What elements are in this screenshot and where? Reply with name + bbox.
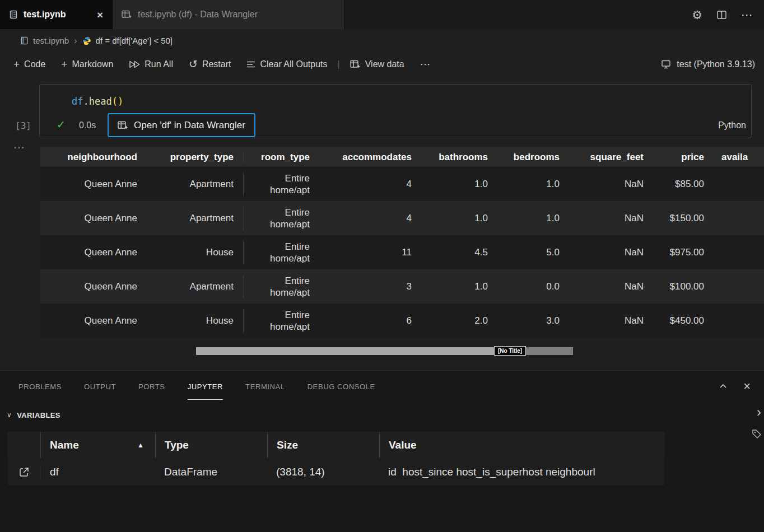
table-cell: NaN	[569, 281, 653, 292]
gear-icon[interactable]: ⚙	[692, 9, 702, 21]
variable-row-df[interactable]: df DataFrame (3818, 14) id host_since ho…	[8, 458, 664, 486]
data-wrangler-icon	[350, 60, 361, 69]
open-button-label: Open 'df' in Data Wrangler	[134, 120, 245, 131]
breadcrumb-file-label: test.ipynb	[33, 36, 69, 45]
tab-label: test.ipynb (df) - Data Wrangler	[138, 10, 258, 20]
tab-data-wrangler[interactable]: test.ipynb (df) - Data Wrangler	[113, 0, 345, 29]
add-code-cell-button[interactable]: + Code	[6, 52, 53, 76]
table-cell: Apartment	[147, 178, 243, 190]
output-more-icon[interactable]: ⋯	[13, 141, 25, 154]
column-header-label: Size	[277, 439, 298, 451]
add-markdown-cell-button[interactable]: + Markdown	[53, 52, 121, 76]
column-header: neighbourhood	[40, 151, 147, 163]
table-cell: 3	[319, 281, 421, 292]
code-token: ()	[112, 96, 123, 107]
table-cell: 1.0	[421, 281, 497, 292]
notebook-toolbar: + Code + Markdown Run All ↺ Restart Clea…	[0, 52, 764, 76]
variables-section-title: VARIABLES	[17, 411, 60, 419]
execution-count: [3]	[15, 120, 31, 131]
code-token: df	[72, 96, 83, 107]
tab-label: test.ipynb	[24, 10, 66, 20]
tab-problems[interactable]: PROBLEMS	[18, 371, 62, 402]
restart-icon: ↺	[189, 58, 198, 71]
variables-header-spacer	[8, 432, 40, 458]
column-header: room_type	[243, 151, 319, 163]
tab-output[interactable]: OUTPUT	[84, 371, 116, 402]
table-cell: 3.0	[497, 315, 569, 326]
breadcrumb-cell-label: df = df[df['Age'] < 50]	[96, 36, 173, 45]
split-editor-icon[interactable]	[717, 11, 726, 19]
clear-all-outputs-button[interactable]: Clear All Outputs	[239, 52, 335, 76]
tab-ports[interactable]: PORTS	[138, 371, 165, 402]
panel-actions: ×	[719, 371, 764, 402]
vscode-window: test.ipynb × test.ipynb (df) - Data Wran…	[0, 0, 764, 532]
more-actions-icon[interactable]: ⋯	[741, 9, 753, 21]
table-cell: 5.0	[497, 246, 569, 258]
bottom-panel: PROBLEMS OUTPUT PORTS JUPYTER TERMINAL D…	[0, 370, 764, 532]
close-panel-icon[interactable]: ×	[743, 380, 751, 393]
variable-name: df	[40, 466, 155, 478]
table-cell: Queen Anne	[40, 246, 147, 258]
run-all-button[interactable]: Run All	[121, 52, 181, 76]
cell-language-picker[interactable]: Python	[718, 120, 746, 130]
tab-terminal[interactable]: TERMINAL	[245, 371, 285, 402]
breadcrumb-file[interactable]: test.ipynb	[20, 36, 69, 45]
run-all-label: Run All	[145, 59, 173, 69]
table-cell: Queen Anne	[40, 212, 147, 224]
table-header-row: neighbourhood property_type room_type ac…	[40, 147, 764, 167]
column-header-name[interactable]: Name ▲	[40, 432, 155, 458]
kernel-icon	[661, 60, 671, 69]
restart-label: Restart	[202, 59, 231, 69]
open-df-in-data-wrangler-button[interactable]: Open 'df' in Data Wrangler	[108, 113, 255, 137]
chevron-up-icon[interactable]	[719, 382, 728, 391]
restart-kernel-button[interactable]: ↺ Restart	[181, 52, 239, 76]
run-all-icon	[129, 60, 140, 69]
scrollbar-thumb-segment[interactable]	[526, 347, 573, 355]
view-data-button[interactable]: View data	[342, 52, 412, 76]
column-header-type[interactable]: Type	[155, 432, 267, 458]
output-table: neighbourhood property_type room_type ac…	[40, 147, 764, 338]
open-variable-icon[interactable]	[8, 466, 40, 478]
column-header-value[interactable]: Value	[379, 432, 664, 458]
table-cell: $450.00	[653, 315, 714, 326]
table-cell: Queen Anne	[40, 281, 147, 292]
breadcrumb: test.ipynb › df = df[df['Age'] < 50]	[0, 29, 764, 52]
tag-icon[interactable]	[752, 429, 762, 439]
variables-section-header[interactable]: ∨ VARIABLES	[0, 405, 60, 425]
kernel-label: test (Python 3.9.13)	[677, 59, 755, 69]
chevron-right-icon: ›	[74, 36, 77, 46]
sort-ascending-icon: ▲	[137, 441, 144, 449]
success-check-icon: ✓	[57, 118, 66, 131]
column-header-size[interactable]: Size	[267, 432, 379, 458]
column-header: square_feet	[569, 151, 653, 163]
tab-jupyter[interactable]: JUPYTER	[188, 371, 223, 402]
table-cell: House	[147, 246, 243, 258]
toolbar-more-icon[interactable]: ⋯	[412, 52, 439, 76]
kernel-picker[interactable]: test (Python 3.9.13)	[661, 59, 764, 69]
table-row: Queen Anne House Entire home/apt 6 2.0 3…	[40, 304, 764, 338]
horizontal-scrollbar[interactable]: [No Title]	[196, 346, 576, 356]
variable-size: (3818, 14)	[267, 466, 379, 478]
variable-type: DataFrame	[155, 466, 267, 478]
table-cell: 2.0	[421, 315, 497, 326]
plus-icon: +	[61, 59, 67, 69]
table-cell: 4	[319, 178, 421, 190]
table-cell: 1.0	[497, 178, 569, 190]
code-editor[interactable]: df.head()	[72, 96, 123, 107]
table-row: Queen Anne Apartment Entire home/apt 4 1…	[40, 167, 764, 201]
breadcrumb-cell[interactable]: df = df[df['Age'] < 50]	[82, 36, 173, 45]
scrollbar-thumb[interactable]	[196, 347, 494, 355]
titlebar-actions: ⚙ ⋯	[692, 0, 764, 29]
table-cell: 11	[319, 246, 421, 258]
tab-test-ipynb[interactable]: test.ipynb ×	[0, 0, 113, 29]
variables-grid: Name ▲ Type Size Value df DataFrame (381…	[8, 432, 664, 486]
table-cell: Queen Anne	[40, 178, 147, 190]
chevron-right-icon[interactable]: ›	[757, 405, 761, 419]
code-token: .	[83, 96, 88, 107]
column-header: bathrooms	[421, 151, 497, 163]
table-cell: Entire home/apt	[243, 207, 319, 230]
column-header: property_type	[147, 151, 243, 163]
close-tab-icon[interactable]: ×	[97, 10, 103, 20]
tab-debug-console[interactable]: DEBUG CONSOLE	[308, 371, 375, 402]
table-cell: Entire home/apt	[243, 275, 319, 298]
